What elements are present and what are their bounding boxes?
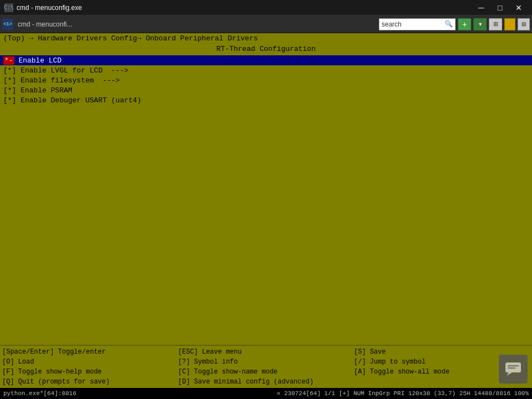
- search-icon[interactable]: 🔍: [445, 20, 453, 28]
- shortcut-col-1: [O] Load: [2, 358, 178, 366]
- header-line: RT-Thread Configuration: [0, 44, 532, 54]
- shortcut-col-2: [?] Symbol info: [178, 358, 354, 366]
- shortcut-col-2: [C] Toggle show-name mode: [178, 368, 354, 376]
- chat-icon[interactable]: [499, 355, 528, 384]
- status-left: python.exe*[64]:8816: [3, 390, 76, 397]
- split-button[interactable]: ⊟: [518, 18, 530, 30]
- menu-item[interactable]: [*] Enable Debuger USART (uart4): [0, 95, 532, 105]
- shortcut-col-2: [ESC] Leave menu: [178, 348, 354, 356]
- svg-marker-3: [507, 372, 512, 376]
- svg-rect-1: [508, 365, 519, 366]
- shortcut-row: [Q] Quit (prompts for save)[D] Save mini…: [2, 377, 530, 387]
- window-title: cmd - menuconfig.exe: [17, 4, 82, 12]
- menu-item[interactable]: [*] Enable filesystem --->: [0, 75, 532, 85]
- menu-item[interactable]: [*] Enable LVGL for LCD --->: [0, 65, 532, 75]
- main-content: *- Enable LCD[*] Enable LVGL for LCD ---…: [0, 54, 532, 345]
- search-box: 🔍: [379, 18, 456, 30]
- tab-bar: <1> cmd - menuconfi... 🔍 + ▾ ⊞ ⊟: [0, 15, 532, 33]
- title-controls: ─ □ ✕: [472, 2, 528, 14]
- title-bar-left: C:\ cmd - menuconfig.exe: [4, 3, 82, 12]
- shortcut-col-2: [D] Save minimal config (advanced): [178, 378, 354, 386]
- maximize-button[interactable]: □: [491, 2, 509, 14]
- shortcuts: [Space/Enter] Toggle/enter[ESC] Leave me…: [0, 346, 532, 388]
- svg-rect-2: [508, 367, 515, 369]
- item-selected-marker: *-: [3, 56, 14, 65]
- shortcut-row: [O] Load[?] Symbol info[/] Jump to symbo…: [2, 357, 530, 367]
- shortcut-col-1: [Space/Enter] Toggle/enter: [2, 348, 178, 356]
- cmd-icon: C:\: [4, 3, 13, 12]
- shortcut-col-1: [F] Toggle show-help mode: [2, 368, 178, 376]
- status-bar: python.exe*[64]:8816 « 230724[64] 1/1 [+…: [0, 388, 532, 399]
- menu-item[interactable]: [*] Enable PSRAM: [0, 85, 532, 95]
- toolbar-right: 🔍 + ▾ ⊞ ⊟: [379, 18, 530, 30]
- grid-icon: ⊞: [493, 20, 498, 28]
- tab-icon-text: <1>: [3, 22, 12, 27]
- breadcrumb: (Top) → Hardware Drivers Config→ Onboard…: [0, 33, 532, 44]
- minimize-button[interactable]: ─: [472, 2, 490, 14]
- item-label: Enable LCD: [14, 56, 62, 65]
- lock-button[interactable]: [504, 18, 515, 30]
- tab-label[interactable]: cmd - menuconfi...: [18, 20, 377, 28]
- shortcut-row: [F] Toggle show-help mode[C] Toggle show…: [2, 367, 530, 377]
- bottom-area: [Space/Enter] Toggle/enter[ESC] Leave me…: [0, 345, 532, 388]
- shortcut-col-1: [Q] Quit (prompts for save): [2, 378, 178, 386]
- close-button[interactable]: ✕: [510, 2, 528, 14]
- split-icon: ⊟: [521, 21, 526, 27]
- title-bar: C:\ cmd - menuconfig.exe ─ □ ✕: [0, 0, 532, 15]
- status-right: « 230724[64] 1/1 [+] NUM InpGrp PRI 120x…: [277, 390, 529, 397]
- menu-item[interactable]: *- Enable LCD: [0, 55, 532, 65]
- tab-icon: <1>: [2, 19, 13, 30]
- search-input[interactable]: [382, 20, 442, 28]
- grid-button[interactable]: ⊞: [489, 18, 502, 30]
- chat-bubble-icon: [504, 361, 522, 377]
- shortcut-row: [Space/Enter] Toggle/enter[ESC] Leave me…: [2, 347, 530, 357]
- dropdown-button[interactable]: ▾: [473, 18, 487, 30]
- add-button[interactable]: +: [458, 18, 471, 30]
